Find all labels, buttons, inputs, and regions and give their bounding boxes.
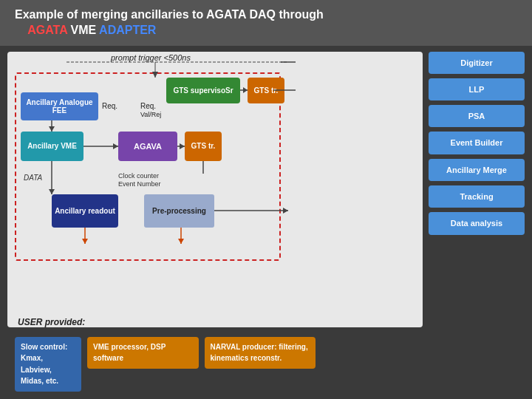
main-diagram: prompt trigger <500ns Ancillary Analogue… <box>7 52 423 398</box>
content-area: prompt trigger <500ns Ancillary Analogue… <box>0 46 532 399</box>
digitizer-box: Digitizer <box>429 52 525 74</box>
main-container: Example of merging ancillaries to AGATA … <box>0 0 532 399</box>
title-agata: AGATA <box>27 24 67 36</box>
user-provided-label: USER provided: <box>18 317 85 327</box>
ancillary-vme-box: Ancillary VME <box>21 132 83 161</box>
ancillary-merge-box: Ancillary Merge <box>429 159 525 181</box>
title-line1: Example of merging ancillaries to AGATA … <box>15 8 324 21</box>
bottom-row: Slow control: Kmax, Labview, Midas, etc.… <box>15 337 316 392</box>
trig-val-label: Req.Val/Rej <box>140 102 161 118</box>
gts-tr2-box: GTS tr. <box>185 132 222 161</box>
title-vme: VME <box>67 24 99 36</box>
title-bar: Example of merging ancillaries to AGATA … <box>0 0 532 46</box>
data-label: DATA <box>24 174 42 182</box>
tracking-box: Tracking <box>429 185 525 208</box>
prompt-trigger-label: prompt trigger <500ns <box>111 53 191 62</box>
right-panel: Digitizer LLP PSA Event Builder Ancillar… <box>429 52 525 398</box>
psa-box: PSA <box>429 105 525 127</box>
title-adapter: ADAPTER <box>99 24 156 36</box>
gts-tr1-box: GTS tr. <box>248 78 284 103</box>
gts-supervisor-box: GTS supervisoSr <box>166 78 240 103</box>
agava-box: AGAVA <box>118 132 177 161</box>
pre-processing-box: Pre-processing <box>144 194 214 228</box>
data-analysis-box: Data analysis <box>429 212 525 234</box>
narval-producer-box: NARVAL producer: filtering, kinematics r… <box>205 337 316 369</box>
diagram-inner: prompt trigger <500ns Ancillary Analogue… <box>7 52 423 398</box>
vme-processor-box: VME processor, DSP software <box>87 337 199 369</box>
slow-control-box: Slow control: Kmax, Labview, Midas, etc. <box>15 337 81 392</box>
clock-counter-label: Clock counterEvent Number <box>118 171 161 188</box>
ancillary-fee-box: Ancillary Analogue FEE <box>21 92 98 120</box>
ancillary-readout-box: Ancillary readout <box>52 194 118 228</box>
req1-label: Req. <box>102 102 117 110</box>
event-builder-box: Event Builder <box>429 132 525 154</box>
llp-box: LLP <box>429 78 525 100</box>
